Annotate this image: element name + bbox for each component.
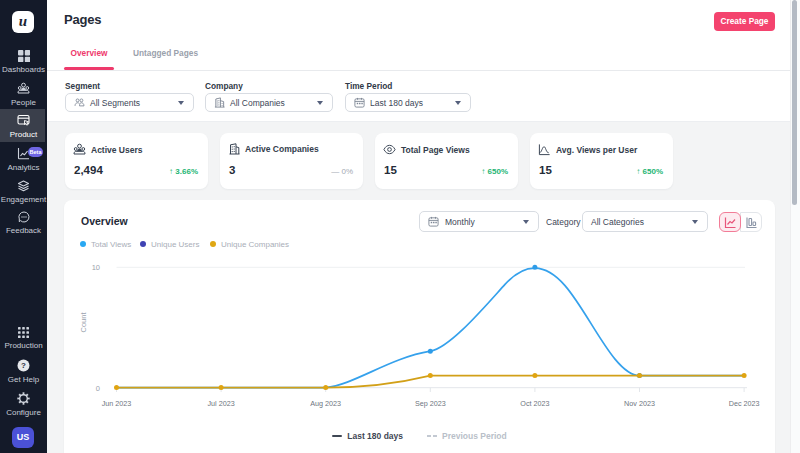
svg-text:Count: Count (79, 312, 88, 333)
svg-text:Sep 2023: Sep 2023 (415, 399, 446, 408)
svg-text:Dec 2023: Dec 2023 (729, 399, 760, 408)
svg-text:10: 10 (92, 263, 100, 272)
svg-text:Oct 2023: Oct 2023 (520, 399, 549, 408)
svg-text:0: 0 (96, 384, 100, 393)
svg-text:Aug 2023: Aug 2023 (310, 399, 341, 408)
svg-text:Jun 2023: Jun 2023 (102, 399, 132, 408)
svg-text:Nov 2023: Nov 2023 (624, 399, 655, 408)
svg-text:?: ? (21, 361, 26, 370)
svg-text:Jul 2023: Jul 2023 (208, 399, 235, 408)
